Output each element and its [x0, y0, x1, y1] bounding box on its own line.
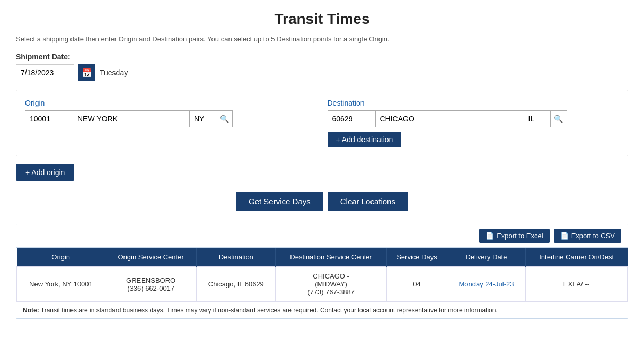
- add-origin-button[interactable]: + Add origin: [16, 164, 74, 181]
- col-origin: Origin: [17, 248, 105, 267]
- cell-destination: Chicago, IL 60629: [197, 267, 276, 302]
- excel-icon: 📄: [486, 232, 494, 240]
- shipment-date-section: Shipment Date: 📅 Tuesday: [16, 53, 628, 81]
- col-delivery-date: Delivery Date: [447, 248, 526, 267]
- cell-delivery-date[interactable]: Monday 24-Jul-23: [447, 267, 526, 302]
- col-interline-carrier: Interline Carrier Ori/Dest: [525, 248, 627, 267]
- destination-zip-input[interactable]: [328, 110, 375, 127]
- table-row: New York, NY 10001GREENSBORO(336) 662-00…: [17, 267, 628, 302]
- calendar-button[interactable]: 📅: [78, 64, 95, 81]
- destination-state-input[interactable]: [524, 110, 550, 127]
- origin-section: Origin 🔍: [25, 99, 317, 127]
- note-bar: Note: Transit times are in standard busi…: [16, 302, 628, 318]
- origin-zip-input[interactable]: [25, 110, 73, 127]
- note-bold: Note:: [23, 307, 39, 314]
- export-excel-button[interactable]: 📄 Export to Excel: [479, 229, 549, 243]
- destination-city-input[interactable]: [375, 110, 524, 127]
- delivery-date-link[interactable]: Monday 24-Jul-23: [458, 280, 514, 288]
- origin-state-input[interactable]: [189, 110, 216, 127]
- cell-origin-service-center: GREENSBORO(336) 662-0017: [105, 267, 196, 302]
- export-csv-button[interactable]: 📄 Export to CSV: [554, 229, 621, 243]
- origin-search-button[interactable]: 🔍: [216, 110, 233, 127]
- action-row: Get Service Days Clear Locations: [16, 192, 628, 211]
- origin-city-input[interactable]: [73, 110, 189, 127]
- page-title: Transit Times: [16, 11, 628, 28]
- note-text: Transit times are in standard business d…: [41, 307, 498, 314]
- origin-label: Origin: [25, 99, 317, 107]
- intro-text: Select a shipping date then enter Origin…: [16, 35, 628, 43]
- export-bar: 📄 Export to Excel 📄 Export to CSV: [16, 224, 628, 248]
- col-service-days: Service Days: [386, 248, 447, 267]
- add-destination-button[interactable]: + Add destination: [328, 132, 402, 147]
- destination-label: Destination: [328, 99, 620, 107]
- shipment-date-label: Shipment Date:: [16, 53, 628, 61]
- get-service-days-button[interactable]: Get Service Days: [236, 192, 323, 211]
- results-section: 📄 Export to Excel 📄 Export to CSV Origin…: [16, 224, 628, 319]
- table-header-row: Origin Origin Service Center Destination…: [17, 248, 628, 267]
- csv-icon: 📄: [560, 232, 569, 240]
- col-origin-service-center: Origin Service Center: [105, 248, 196, 267]
- destination-section: Destination 🔍 + Add destination: [328, 99, 620, 147]
- cell-interline-carrier: EXLA/ --: [525, 267, 627, 302]
- day-label: Tuesday: [100, 68, 128, 77]
- clear-locations-button[interactable]: Clear Locations: [328, 192, 408, 211]
- shipment-date-input[interactable]: [16, 64, 74, 81]
- results-table: Origin Origin Service Center Destination…: [16, 248, 628, 302]
- cell-destination-service-center: CHICAGO -(MIDWAY)(773) 767-3887: [276, 267, 387, 302]
- cell-origin: New York, NY 10001: [17, 267, 105, 302]
- cell-service-days: 04: [386, 267, 447, 302]
- destination-search-button[interactable]: 🔍: [550, 110, 567, 127]
- origin-dest-card: Origin 🔍 Destination 🔍 + Add destination: [16, 90, 628, 156]
- col-destination-service-center: Destination Service Center: [276, 248, 387, 267]
- col-destination: Destination: [197, 248, 276, 267]
